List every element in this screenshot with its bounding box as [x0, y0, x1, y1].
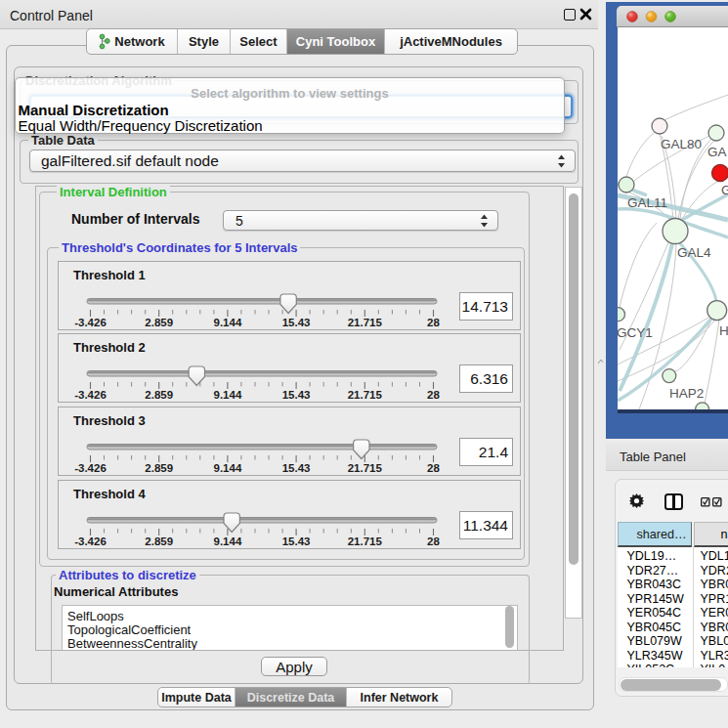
svg-text:H: H — [719, 323, 728, 338]
svg-text:9.144: 9.144 — [214, 462, 242, 472]
svg-text:21.715: 21.715 — [348, 462, 383, 472]
svg-text:2.859: 2.859 — [145, 389, 173, 399]
svg-text:GA: GA — [707, 145, 727, 159]
svg-text:2.859: 2.859 — [145, 535, 173, 545]
svg-text:-3.426: -3.426 — [74, 317, 107, 326]
svg-text:15.43: 15.43 — [282, 317, 311, 326]
svg-text:GAL4: GAL4 — [677, 245, 711, 260]
svg-text:15.43: 15.43 — [282, 389, 311, 399]
svg-text:2.859: 2.859 — [145, 462, 173, 472]
svg-text:15.43: 15.43 — [282, 535, 311, 545]
svg-text:21.715: 21.715 — [348, 389, 383, 399]
svg-text:15.43: 15.43 — [282, 462, 311, 472]
svg-text:28: 28 — [427, 317, 440, 326]
svg-text:HAP2: HAP2 — [669, 386, 704, 401]
svg-text:28: 28 — [427, 389, 440, 399]
svg-text:28: 28 — [427, 462, 440, 472]
svg-text:21.715: 21.715 — [348, 317, 383, 326]
svg-text:2.859: 2.859 — [145, 317, 173, 326]
svg-text:G: G — [721, 183, 728, 197]
svg-text:-3.426: -3.426 — [74, 462, 107, 472]
svg-text:GCY1: GCY1 — [618, 325, 653, 340]
svg-text:GAL80: GAL80 — [661, 137, 702, 151]
svg-text:9.144: 9.144 — [214, 389, 242, 399]
svg-text:GAL11: GAL11 — [627, 195, 667, 210]
svg-text:28: 28 — [427, 535, 440, 545]
svg-text:9.144: 9.144 — [214, 535, 242, 545]
svg-text:9.144: 9.144 — [214, 317, 242, 326]
svg-text:-3.426: -3.426 — [74, 535, 107, 545]
svg-text:21.715: 21.715 — [348, 535, 383, 545]
svg-text:-3.426: -3.426 — [74, 389, 107, 399]
